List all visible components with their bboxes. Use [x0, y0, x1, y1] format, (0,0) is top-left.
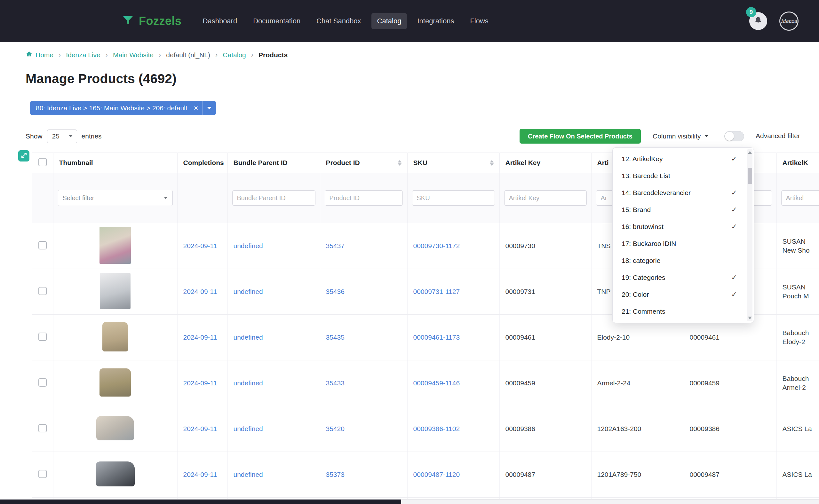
column-menu-item-barcode-list[interactable]: 13: Barcode List: [613, 167, 754, 184]
header-bundle-parent-id[interactable]: Bundle Parent ID: [227, 153, 320, 173]
nav-item-flows[interactable]: Flows: [464, 13, 494, 29]
thumbnail-filter-select[interactable]: Select filter: [58, 190, 173, 206]
scroll-up-icon[interactable]: [748, 151, 752, 154]
artikelcode-value: Armel-2-24: [597, 379, 631, 387]
artikel-key-value: 00009461: [506, 334, 535, 341]
menu-scrollbar[interactable]: [747, 149, 752, 321]
advanced-filter-toggle[interactable]: [724, 131, 744, 141]
completions-link[interactable]: 2024-09-11: [183, 471, 217, 478]
breadcrumb-idenza-live[interactable]: Idenza Live: [66, 51, 100, 59]
sku-link[interactable]: 00009386-1102: [414, 425, 460, 432]
row-checkbox[interactable]: [38, 333, 47, 341]
sku-link[interactable]: 00009730-1172: [414, 242, 460, 249]
nav-item-catalog[interactable]: Catalog: [371, 13, 407, 29]
row-checkbox[interactable]: [38, 424, 47, 432]
completions-link[interactable]: 2024-09-11: [183, 379, 217, 387]
bundle-parent-filter-input[interactable]: [232, 190, 315, 206]
scope-filter-chip[interactable]: 80: Idenza Live > 165: Main Website > 20…: [30, 101, 216, 115]
column-menu-item-categories[interactable]: 19: Categories ✓: [613, 269, 754, 286]
bundle-parent-link[interactable]: undefined: [233, 242, 263, 249]
chip-caret-button[interactable]: [202, 107, 216, 109]
completions-link[interactable]: 2024-09-11: [183, 242, 217, 249]
hidden-column-value: 00009459: [690, 379, 720, 387]
row-checkbox[interactable]: [38, 241, 47, 249]
filter-cell-empty: [177, 173, 227, 223]
bundle-parent-link[interactable]: undefined: [233, 334, 263, 341]
artikel-name-value: SUSAN: [783, 237, 819, 246]
nav-item-chat-sandbox[interactable]: Chat Sandbox: [311, 13, 366, 29]
column-menu-item-categorie[interactable]: 18: categorie: [613, 252, 754, 269]
column-menu-item-comments[interactable]: 21: Comments: [613, 303, 754, 320]
product-id-link[interactable]: 35437: [326, 242, 344, 249]
row-checkbox[interactable]: [38, 378, 47, 387]
nav-item-integrations[interactable]: Integrations: [412, 13, 460, 29]
artikel-key-filter-input[interactable]: [504, 190, 587, 206]
page-size-value: 25: [52, 132, 59, 140]
breadcrumb-catalog[interactable]: Catalog: [223, 51, 246, 59]
header-thumbnail[interactable]: Thumbnail: [53, 153, 177, 173]
user-avatar[interactable]: idenza: [779, 12, 799, 31]
scroll-down-icon[interactable]: [748, 317, 752, 319]
header-artikel-name[interactable]: ArtikelK: [776, 153, 819, 173]
column-menu-item-artikelkey[interactable]: 12: ArtikelKey ✓: [613, 150, 754, 167]
sku-link[interactable]: 00009461-1173: [414, 334, 460, 341]
scrollbar-thumb[interactable]: [748, 168, 752, 184]
row-checkbox[interactable]: [38, 287, 47, 295]
product-id-link[interactable]: 35433: [326, 379, 344, 387]
sku-link[interactable]: 00009487-1120: [414, 471, 460, 478]
column-visibility-button[interactable]: Column visibility: [653, 129, 709, 144]
expand-table-button[interactable]: [18, 150, 29, 161]
breadcrumb-products: Products: [258, 51, 287, 59]
product-id-link[interactable]: 35420: [326, 425, 344, 432]
nav-item-dashboard[interactable]: Dashboard: [197, 13, 243, 29]
create-flow-button[interactable]: Create Flow On Selected Products: [520, 129, 641, 144]
nav-item-documentation[interactable]: Documentation: [247, 13, 306, 29]
column-menu-item-barcodeleverancier[interactable]: 14: Barcodeleverancier ✓: [613, 184, 754, 201]
table-row: 2024-09-11 undefined 35433 00009459-1146…: [32, 360, 819, 406]
bundle-parent-link[interactable]: undefined: [233, 425, 263, 432]
product-id-link[interactable]: 35436: [326, 288, 344, 295]
sku-link[interactable]: 00009459-1146: [414, 379, 460, 387]
table-row: 2024-09-11 undefined 35420 00009386-1102…: [32, 406, 819, 452]
bundle-parent-link[interactable]: undefined: [233, 471, 263, 478]
bundle-parent-link[interactable]: undefined: [233, 379, 263, 387]
row-checkbox[interactable]: [38, 470, 47, 478]
artikelcode-value: Elody-2-10: [597, 334, 630, 341]
completions-link[interactable]: 2024-09-11: [183, 425, 217, 432]
brand-logo[interactable]: Fozzels: [121, 13, 182, 29]
sku-link[interactable]: 00009731-1127: [414, 288, 460, 295]
product-thumbnail[interactable]: [99, 227, 131, 264]
product-thumbnail[interactable]: [100, 273, 130, 309]
column-menu-item-buckaroo-idin[interactable]: 17: Buckaroo iDIN: [613, 235, 754, 252]
header-artikel-key[interactable]: Artikel Key: [500, 153, 591, 173]
product-thumbnail[interactable]: [102, 322, 128, 351]
bundle-parent-link[interactable]: undefined: [233, 288, 263, 295]
product-id-filter-input[interactable]: [325, 190, 403, 206]
column-menu-item-brand[interactable]: 15: Brand ✓: [613, 201, 754, 218]
advanced-filter-label[interactable]: Advanced filter: [756, 132, 800, 140]
column-menu-item-color[interactable]: 20: Color ✓: [613, 286, 754, 303]
header-sku[interactable]: SKU: [407, 153, 500, 173]
product-id-link[interactable]: 35373: [326, 471, 344, 478]
hidden-column-value: 00009461: [690, 334, 720, 341]
sku-filter-input[interactable]: [412, 190, 495, 206]
header-completions[interactable]: Completions: [177, 153, 227, 173]
page-size-select[interactable]: 25: [47, 130, 77, 143]
column-menu-item-brutowinst[interactable]: 16: brutowinst ✓: [613, 218, 754, 235]
completions-link[interactable]: 2024-09-11: [183, 334, 217, 341]
sort-icon[interactable]: [490, 160, 494, 166]
horizontal-scrollbar-thumb[interactable]: [0, 500, 401, 504]
artikel-name-filter-input[interactable]: [781, 190, 819, 206]
horizontal-scrollbar[interactable]: [0, 499, 819, 504]
completions-link[interactable]: 2024-09-11: [183, 288, 217, 295]
product-thumbnail[interactable]: [99, 368, 131, 397]
product-id-link[interactable]: 35435: [326, 334, 344, 341]
breadcrumb-main-website[interactable]: Main Website: [113, 51, 153, 59]
product-thumbnail[interactable]: [96, 461, 135, 486]
breadcrumb-home[interactable]: Home: [26, 51, 53, 59]
header-product-id[interactable]: Product ID: [320, 153, 407, 173]
sort-icon[interactable]: [398, 160, 401, 166]
select-all-checkbox[interactable]: [38, 158, 47, 166]
product-thumbnail[interactable]: [96, 416, 134, 440]
close-icon[interactable]: ×: [190, 104, 202, 113]
